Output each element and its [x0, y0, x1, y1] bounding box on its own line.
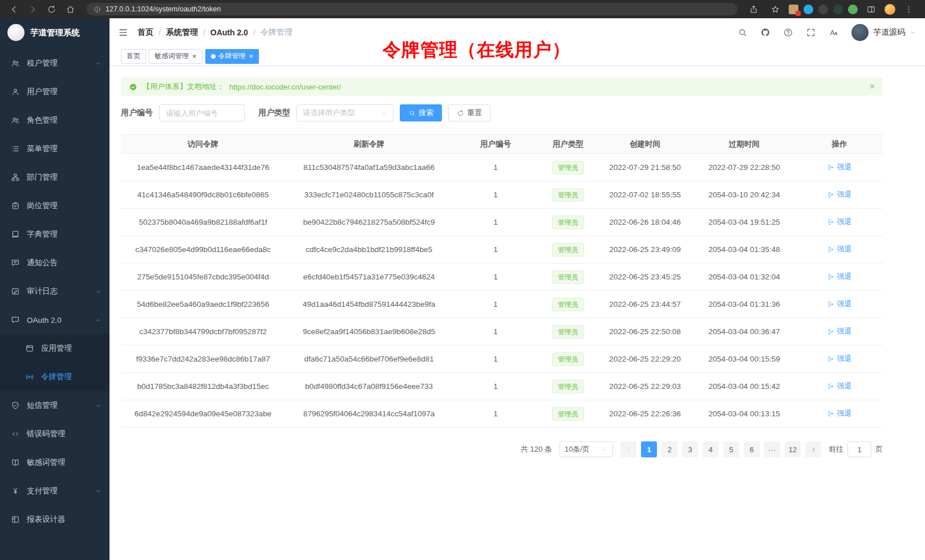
tab-close-icon[interactable]: ×	[192, 52, 197, 60]
page-button-6[interactable]: 6	[744, 441, 760, 457]
table-row: c347026e805e4d99b0d116eae66eda8ccdfc4ce9…	[121, 236, 883, 263]
expire-time-cell: 2054-03-10 20:42:34	[692, 181, 796, 209]
extension-icon[interactable]	[789, 5, 798, 14]
code-icon	[11, 429, 20, 439]
sidebar-item-role[interactable]: 角色管理	[0, 106, 109, 135]
sidebar-item-oauth2[interactable]: OAuth 2.0	[0, 306, 109, 334]
bookmark-star-icon[interactable]	[770, 5, 780, 14]
reset-button[interactable]: 重置	[448, 104, 490, 121]
page-button-3[interactable]: 3	[682, 441, 698, 457]
browser-home-button[interactable]	[66, 5, 75, 14]
breadcrumb-item[interactable]: 系统管理	[166, 27, 198, 38]
browser-refresh-button[interactable]	[47, 5, 56, 14]
logout-icon	[827, 191, 835, 198]
browser-profile-avatar[interactable]	[885, 4, 895, 15]
tab-close-icon[interactable]: ×	[249, 52, 254, 60]
access-token-cell: 1ea5e44f8bc1467aaede43144f31de76	[121, 154, 285, 181]
breadcrumb-item[interactable]: 首页	[137, 27, 153, 38]
sidebar-item-sms[interactable]: 短信管理	[0, 391, 109, 420]
table-row: 1ea5e44f8bc1467aaede43144f31de76811c5304…	[121, 154, 883, 181]
sidebar-item-oauth2-app[interactable]: 应用管理	[0, 334, 109, 363]
column-header: 操作	[796, 135, 883, 154]
sidebar-item-label: 错误码管理	[27, 429, 66, 439]
refresh-token-cell: dfa6c71a50a54c66bef706ef9e6e8d81	[285, 346, 453, 373]
sidebar-item-menu[interactable]: 菜单管理	[0, 135, 109, 163]
page-button-1[interactable]: 1	[641, 441, 657, 457]
tab-token[interactable]: 令牌管理×	[205, 49, 259, 64]
user-id-input[interactable]	[159, 104, 245, 121]
sidebar-collapse-button[interactable]	[118, 27, 128, 38]
access-token-cell: 502375b8040a469a9b82188afdf6af1f	[121, 209, 285, 236]
tab-sensitive-word[interactable]: 敏感词管理×	[149, 49, 202, 64]
force-logout-button[interactable]: 强退	[827, 244, 852, 254]
user-type-placeholder: 请选择用户类型	[303, 108, 355, 118]
user-id-cell: 1	[453, 373, 538, 400]
alert-close-icon[interactable]: ×	[870, 82, 875, 91]
breadcrumb-item[interactable]: OAuth 2.0	[210, 28, 248, 37]
force-logout-button[interactable]: 强退	[827, 326, 852, 336]
sidebar-item-post[interactable]: 岗位管理	[0, 192, 109, 220]
next-page-button[interactable]	[805, 441, 821, 457]
sidebar-item-sensitive-word[interactable]: 敏感词管理	[0, 448, 109, 477]
goto-page-input[interactable]	[847, 441, 871, 457]
user-type-select[interactable]: 请选择用户类型	[297, 104, 393, 121]
force-logout-button[interactable]: 强退	[827, 217, 852, 227]
page-ellipsis-button[interactable]: ···	[764, 441, 780, 457]
user-id-cell: 1	[453, 400, 538, 428]
github-icon[interactable]	[760, 27, 770, 38]
doc-link[interactable]: https://doc.iocoder.cn/user-center/	[229, 83, 341, 91]
page-button-2[interactable]: 2	[662, 441, 677, 457]
extension-icon[interactable]	[804, 5, 813, 14]
help-icon[interactable]	[783, 27, 793, 38]
url-bar[interactable]: 127.0.0.1:1024/system/oauth2/token	[87, 3, 737, 15]
sidebar-item-tenant[interactable]: 租户管理	[0, 49, 109, 78]
search-icon	[408, 109, 416, 117]
sidebar-item-report-designer[interactable]: 报表设计器	[0, 505, 109, 534]
logout-icon	[827, 273, 835, 281]
force-logout-button[interactable]: 强退	[827, 271, 852, 282]
force-logout-button[interactable]: 强退	[827, 381, 852, 391]
force-logout-button[interactable]: 强退	[827, 299, 852, 309]
extension-icon[interactable]	[848, 5, 858, 14]
extension-icon[interactable]	[818, 5, 828, 14]
sidebar-item-user[interactable]: 用户管理	[0, 78, 109, 106]
sidebar-item-dept[interactable]: 部门管理	[0, 163, 109, 192]
sidebar-item-audit-log[interactable]: 审计日志	[0, 277, 109, 306]
header-search-icon[interactable]	[737, 27, 748, 38]
browser-back-button[interactable]	[9, 5, 19, 14]
user-menu[interactable]: 芋道源码	[851, 24, 916, 41]
logout-icon	[827, 355, 835, 363]
font-size-icon[interactable]	[829, 27, 839, 38]
create-time-cell: 2022-06-25 23:49:09	[598, 236, 692, 263]
sidebar-item-notice[interactable]: 通知公告	[0, 249, 109, 277]
force-logout-button[interactable]: 强退	[827, 408, 852, 419]
sidebar-item-oauth2-token[interactable]: 令牌管理	[0, 363, 109, 391]
browser-menu-icon[interactable]	[904, 5, 914, 14]
fullscreen-icon[interactable]	[806, 27, 816, 38]
share-icon[interactable]	[749, 5, 758, 14]
tab-home[interactable]: 首页	[121, 49, 146, 64]
page-size-select[interactable]: 10条/页	[559, 441, 613, 457]
force-logout-button[interactable]: 强退	[827, 354, 852, 364]
expire-time-cell: 2054-03-04 01:35:48	[692, 236, 796, 263]
browser-forward-button[interactable]	[28, 5, 38, 14]
sidebar-item-dict[interactable]: 字典管理	[0, 220, 109, 249]
sidebar-item-error-code[interactable]: 错误码管理	[0, 420, 109, 448]
create-time-cell: 2022-06-25 22:29:03	[598, 373, 692, 400]
chevron-down-icon	[95, 402, 102, 409]
page-button-12[interactable]: 12	[785, 441, 801, 457]
site-info-icon[interactable]	[94, 6, 101, 13]
user-type-badge: 管理员	[552, 325, 584, 339]
prev-page-button[interactable]	[620, 441, 636, 457]
column-header: 过期时间	[692, 135, 796, 154]
filter-form: 用户编号 用户类型 请选择用户类型 搜索 重置	[121, 104, 883, 122]
page-button-4[interactable]: 4	[703, 441, 719, 457]
extension-icon[interactable]	[833, 5, 843, 14]
search-button[interactable]: 搜索	[400, 104, 442, 121]
force-logout-button[interactable]: 强退	[827, 189, 852, 200]
page-button-5[interactable]: 5	[723, 441, 739, 457]
sidebar-item-pay[interactable]: 支付管理	[0, 477, 109, 505]
refresh-token-cell: 8796295f04064c2983414cc54af1097a	[285, 400, 453, 428]
force-logout-button[interactable]: 强退	[827, 162, 852, 172]
split-view-icon[interactable]	[866, 5, 876, 14]
